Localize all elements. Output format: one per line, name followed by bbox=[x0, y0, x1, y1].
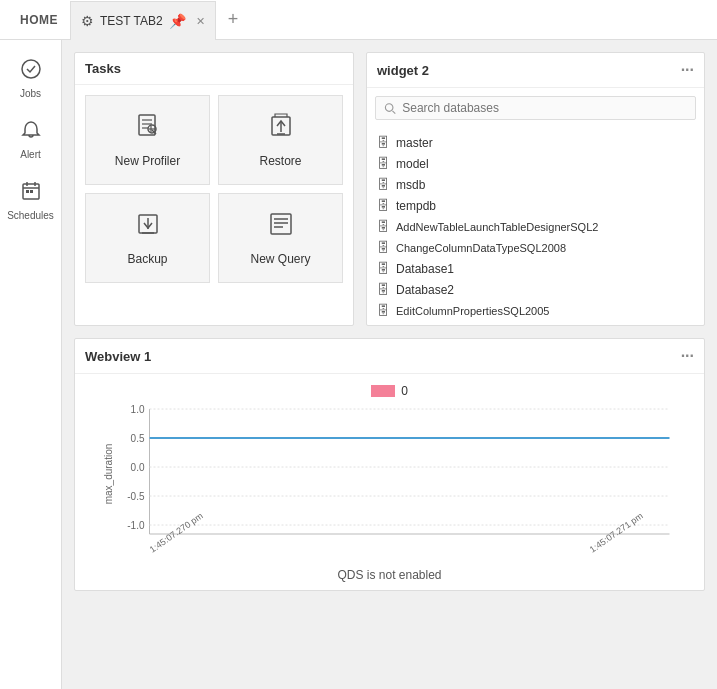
webview-header: Webview 1 ··· bbox=[75, 339, 704, 374]
legend-value-label: 0 bbox=[401, 384, 408, 398]
restore-label: Restore bbox=[259, 154, 301, 168]
svg-rect-5 bbox=[26, 190, 29, 193]
add-tab-button[interactable]: + bbox=[222, 9, 245, 30]
search-icon bbox=[384, 102, 396, 115]
active-tab[interactable]: ⚙ TEST TAB2 📌 ✕ bbox=[70, 1, 216, 40]
svg-text:1:45:07.270 pm: 1:45:07.270 pm bbox=[148, 511, 205, 555]
db-name-model: model bbox=[396, 157, 429, 171]
db-icon-database1: 🗄 bbox=[377, 261, 390, 276]
new-profiler-icon bbox=[134, 112, 162, 146]
backup-label: Backup bbox=[127, 252, 167, 266]
svg-text:-1.0: -1.0 bbox=[127, 520, 145, 531]
svg-point-20 bbox=[385, 103, 393, 111]
db-name-changecolumn: ChangeColumnDataTypeSQL2008 bbox=[396, 242, 566, 254]
database-list: 🗄 master 🗄 model 🗄 msdb 🗄 tempdb bbox=[367, 128, 704, 325]
db-icon-addnewtable: 🗄 bbox=[377, 219, 390, 234]
sidebar-alert-label: Alert bbox=[20, 149, 41, 160]
tasks-title: Tasks bbox=[85, 61, 121, 76]
db-icon-editcolumn: 🗄 bbox=[377, 303, 390, 318]
sidebar-jobs-label: Jobs bbox=[20, 88, 41, 99]
top-widgets-row: Tasks bbox=[74, 52, 705, 326]
legend-color-swatch bbox=[371, 385, 395, 397]
widget2-menu-icon[interactable]: ··· bbox=[681, 61, 694, 79]
content-area: Tasks bbox=[62, 40, 717, 689]
task-tile-new-profiler[interactable]: New Profiler bbox=[85, 95, 210, 185]
db-name-database2: Database2 bbox=[396, 283, 454, 297]
svg-rect-16 bbox=[271, 214, 291, 234]
db-item-database2[interactable]: 🗄 Database2 bbox=[367, 279, 704, 300]
task-tile-backup[interactable]: Backup bbox=[85, 193, 210, 283]
db-item-msdb[interactable]: 🗄 msdb bbox=[367, 174, 704, 195]
sidebar-schedules-label: Schedules bbox=[7, 210, 54, 221]
schedules-icon bbox=[20, 180, 42, 207]
restore-icon bbox=[267, 112, 295, 146]
tab-name: TEST TAB2 bbox=[100, 14, 163, 28]
db-icon-master: 🗄 bbox=[377, 135, 390, 150]
db-search-container bbox=[375, 96, 696, 120]
tab-pin-icon: 📌 bbox=[169, 13, 186, 29]
db-item-addnewtable[interactable]: 🗄 AddNewTableLaunchTableDesignerSQL2 bbox=[367, 216, 704, 237]
svg-point-0 bbox=[22, 60, 40, 78]
top-bar: HOME ⚙ TEST TAB2 📌 ✕ + bbox=[0, 0, 717, 40]
db-icon-database2: 🗄 bbox=[377, 282, 390, 297]
backup-icon bbox=[134, 210, 162, 244]
main-layout: Jobs Alert bbox=[0, 40, 717, 689]
widget2-title: widget 2 bbox=[377, 63, 429, 78]
db-name-master: master bbox=[396, 136, 433, 150]
task-tile-new-query[interactable]: New Query bbox=[218, 193, 343, 283]
new-query-icon bbox=[267, 210, 295, 244]
tasks-panel: Tasks bbox=[74, 52, 354, 326]
db-name-editcolumn: EditColumnPropertiesSQL2005 bbox=[396, 305, 549, 317]
qds-status-text: QDS is not enabled bbox=[337, 568, 441, 582]
svg-text:0.0: 0.0 bbox=[131, 462, 145, 473]
tab-close-button[interactable]: ✕ bbox=[196, 15, 205, 28]
db-icon-model: 🗄 bbox=[377, 156, 390, 171]
db-item-editcolumn[interactable]: 🗄 EditColumnPropertiesSQL2005 bbox=[367, 300, 704, 321]
webview-panel: Webview 1 ··· 0 bbox=[74, 338, 705, 591]
widget2-header: widget 2 ··· bbox=[367, 53, 704, 88]
sidebar-item-schedules[interactable]: Schedules bbox=[0, 172, 61, 229]
db-name-database1: Database1 bbox=[396, 262, 454, 276]
sidebar-item-jobs[interactable]: Jobs bbox=[0, 50, 61, 107]
db-icon-tempdb: 🗄 bbox=[377, 198, 390, 213]
svg-text:max_duration: max_duration bbox=[103, 444, 114, 505]
db-name-addnewtable: AddNewTableLaunchTableDesignerSQL2 bbox=[396, 221, 598, 233]
db-icon-msdb: 🗄 bbox=[377, 177, 390, 192]
db-item-database1[interactable]: 🗄 Database1 bbox=[367, 258, 704, 279]
alert-icon bbox=[20, 119, 42, 146]
db-name-tempdb: tempdb bbox=[396, 199, 436, 213]
svg-text:1.0: 1.0 bbox=[131, 404, 145, 415]
home-tab[interactable]: HOME bbox=[8, 0, 70, 39]
task-tile-restore[interactable]: Restore bbox=[218, 95, 343, 185]
chart-footer: QDS is not enabled bbox=[91, 568, 688, 582]
chart-legend: 0 bbox=[91, 384, 688, 398]
tasks-panel-header: Tasks bbox=[75, 53, 353, 85]
svg-text:1:45:07.271 pm: 1:45:07.271 pm bbox=[588, 511, 645, 555]
sidebar: Jobs Alert bbox=[0, 40, 62, 689]
db-name-msdb: msdb bbox=[396, 178, 425, 192]
db-icon-changecolumn: 🗄 bbox=[377, 240, 390, 255]
widget2-panel: widget 2 ··· 🗄 master 🗄 bbox=[366, 52, 705, 326]
chart-wrapper: 0 1.0 0.5 0.0 bbox=[75, 374, 704, 590]
db-item-master[interactable]: 🗄 master bbox=[367, 132, 704, 153]
new-query-label: New Query bbox=[250, 252, 310, 266]
tab-settings-icon: ⚙ bbox=[81, 13, 94, 29]
svg-line-21 bbox=[392, 110, 395, 113]
jobs-icon bbox=[20, 58, 42, 85]
new-profiler-label: New Profiler bbox=[115, 154, 180, 168]
svg-text:0.5: 0.5 bbox=[131, 433, 145, 444]
sidebar-item-alert[interactable]: Alert bbox=[0, 111, 61, 168]
chart-svg: 1.0 0.5 0.0 -0.5 -1.0 max_duration 1:45:… bbox=[91, 404, 688, 564]
tasks-grid: New Profiler R bbox=[75, 85, 353, 293]
db-item-model[interactable]: 🗄 model bbox=[367, 153, 704, 174]
db-search-input[interactable] bbox=[402, 101, 687, 115]
svg-rect-6 bbox=[30, 190, 33, 193]
webview-title: Webview 1 bbox=[85, 349, 151, 364]
db-item-changecolumn[interactable]: 🗄 ChangeColumnDataTypeSQL2008 bbox=[367, 237, 704, 258]
svg-text:-0.5: -0.5 bbox=[127, 491, 145, 502]
db-item-tempdb[interactable]: 🗄 tempdb bbox=[367, 195, 704, 216]
webview-menu-icon[interactable]: ··· bbox=[681, 347, 694, 365]
